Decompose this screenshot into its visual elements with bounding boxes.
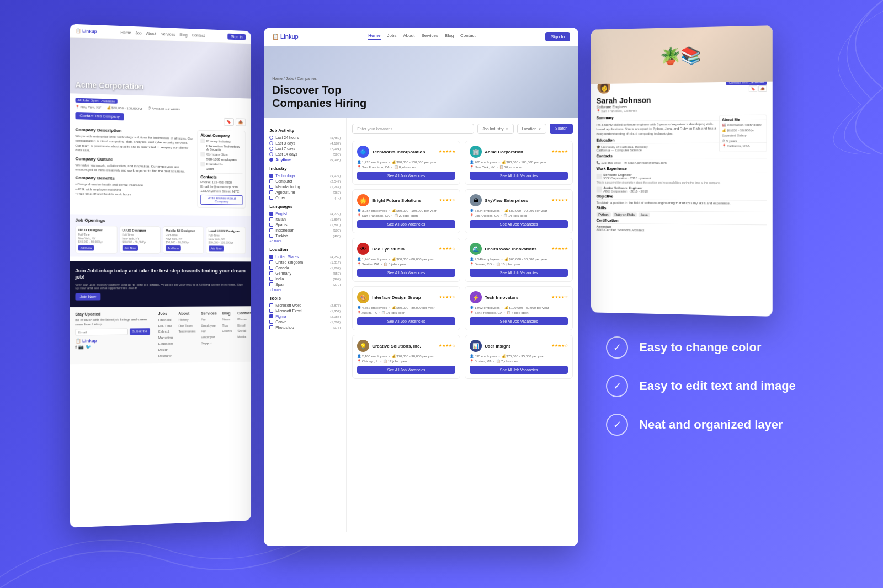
userinsight-stars: ★★★★☆ [551,344,568,348]
sidebar-manufacturing[interactable]: Manufacturing (1,247) [269,185,341,189]
techinnovators-location: 📍 San Francisco, CA • 📋 4 jobs open [470,311,568,314]
email-input[interactable] [76,328,128,335]
sidebar-option: Last 3 days (4,183) [269,141,341,145]
left-footer: Stay Updated Be in touch with the latest… [70,306,251,365]
write-review-btn[interactable]: Write Review About Company [200,195,242,205]
userinsight-name: User Insight [485,344,510,349]
sidebar-option: Last 24 hours (3,482) [269,136,341,140]
center-nav-about[interactable]: About [403,33,414,40]
sidebar-computer[interactable]: Computer (2,542) [269,179,341,183]
sidebar-germany[interactable]: Germany (559) [269,271,341,275]
left-signin-button[interactable]: Sign In [228,34,246,40]
add-now-btn[interactable]: Add Now [78,245,94,250]
creative-logo: 💡 [357,340,369,352]
add-now-btn-2[interactable]: Add Now [122,245,137,250]
keyword-input[interactable]: Enter your keywords... [352,124,474,134]
languages-title: Languages [269,204,341,209]
job-card: Lead UI/UX Designer Full-TimeNew York, N… [206,227,246,254]
userinsight-logo: 📊 [470,340,482,352]
subscribe-button[interactable]: Subscribe [130,328,150,335]
location-select[interactable]: Location ▼ [517,124,546,134]
center-nav-jobs[interactable]: Jobs [387,33,397,40]
sidebar-other[interactable]: Other (19) [269,196,341,200]
left-save-icon[interactable]: 🔖 [224,117,235,125]
acme-jobs-button[interactable]: See All Job Vacancies [470,172,568,180]
job-activity-title: Job Activity [269,128,341,133]
center-hero-content: Home / Jobs / Companies Discover Top Com… [272,77,366,110]
add-now-btn-3[interactable]: Add Now [166,245,181,251]
social-icons: f 📷 🐦 [76,344,150,350]
feature-1-icon: ✓ [606,336,628,359]
skyview-name: SkyView Enterprises [485,198,528,203]
sidebar-italian[interactable]: Italian (1,894) [269,217,341,221]
center-nav-contact[interactable]: Contact [460,33,476,40]
left-nav-home[interactable]: Home [121,30,131,35]
sidebar-india[interactable]: India (362) [269,277,341,281]
search-button[interactable]: Search [550,124,573,134]
add-now-btn-4[interactable]: Add Now [209,245,224,251]
acme-logo: 🏢 [470,146,482,158]
left-nav-services[interactable]: Services [161,32,175,36]
center-screen: 📋 Linkup Home Jobs About Services Blog C… [264,28,578,546]
center-nav-blog[interactable]: Blog [445,33,454,40]
center-nav-home[interactable]: Home [368,33,380,40]
center-signin-button[interactable]: Sign In [545,32,570,41]
sidebar-uk[interactable]: United Kingdom (1,314) [269,260,341,264]
sidebar-photoshop[interactable]: Photoshop (975) [269,325,341,329]
instagram-icon[interactable]: 📷 [78,344,84,349]
industry-select[interactable]: Job Industry ▼ [477,124,513,134]
center-nav-services[interactable]: Services [421,33,438,40]
creative-jobs-button[interactable]: See All Job Vacancies [357,366,455,374]
interface-name: Interface Design Group [372,295,421,300]
save-profile-icon[interactable]: 🔖 [749,85,757,92]
creative-employees: 👤 2,100 employees • 💰 $70,000 - 90,000 p… [357,354,455,358]
twitter-icon[interactable]: 🐦 [86,344,91,349]
techworks-jobs-button[interactable]: See All Job Vacancies [357,172,455,180]
bright-jobs-button[interactable]: See All Job Vacancies [357,220,455,228]
bright-employees: 👤 3,387 employees • 💰 $60,000 - 100,000 … [357,209,455,212]
left-nav-blog[interactable]: Blog [180,33,188,37]
techinnovators-jobs-button[interactable]: See All Job Vacancies [470,317,568,325]
contact-candidate-button[interactable]: Contact This Candidate [726,82,767,85]
sidebar-option-anytime[interactable]: Anytime (9,398) [269,158,341,162]
left-nav-about[interactable]: About [146,31,156,36]
job-card: UI/UX Designer Full-TimeNew York, NY$40,… [119,226,161,253]
sidebar-excel[interactable]: Microsoft Excel (1,354) [269,309,341,313]
left-share-icon[interactable]: 📤 [236,118,246,126]
feature-1: ✓ Easy to change color [606,336,796,359]
sidebar-english[interactable]: English (4,729) [269,212,341,216]
left-hero: Acme Corporation [70,38,251,99]
join-now-button[interactable]: Join Now [76,293,101,300]
skyview-jobs-button[interactable]: See All Job Vacancies [470,220,568,228]
facebook-icon[interactable]: f [76,344,77,349]
sidebar-agricultural[interactable]: Agricultural (360) [269,190,341,194]
sidebar-technology[interactable]: Technology (3,924) [269,174,341,178]
sidebar-canva[interactable]: Canva (1,004) [269,320,341,324]
company-card-userinsight: 📊 User Insight ★★★★☆ 👤 890 employees • 💰… [465,335,573,379]
interface-jobs-button[interactable]: See All Job Vacancies [357,317,455,325]
share-profile-icon[interactable]: 📤 [758,85,767,92]
left-contact-button[interactable]: Contact This Company [76,112,124,120]
left-nav-job[interactable]: Job [136,31,142,35]
company-card-techinnovators: ⚡ Tech Innovators ★★★★☆ 👤 1,902 employee… [465,286,573,330]
sidebar-canada[interactable]: Canada (1,203) [269,266,341,270]
redeye-jobs-button[interactable]: See All Job Vacancies [357,269,455,277]
location-more[interactable]: +5 more [269,288,341,291]
sidebar-word[interactable]: Microsoft Word (2,876) [269,303,341,307]
sidebar-spanish[interactable]: Spanish (1,890) [269,223,341,227]
sidebar-spain[interactable]: Spain (273) [269,282,341,286]
company-card-skyview: 🏔 SkyView Enterprises ★★★★★ 👤 7,824 empl… [465,189,573,233]
healthwave-jobs-button[interactable]: See All Job Vacancies [470,269,568,277]
sidebar-us[interactable]: United States (4,259) [269,255,341,259]
languages-more[interactable]: +5 more [269,239,341,243]
right-screen: 📋 Linkup Home Job About Services Blog Co… [591,25,773,317]
sidebar-turkish[interactable]: Turkish (485) [269,234,341,238]
left-nav-contact[interactable]: Contact [192,33,205,38]
sidebar-indonesian[interactable]: Indonesian (103) [269,228,341,232]
sidebar-figma[interactable]: Figma (2,988) [269,314,341,318]
left-nav-links: Home Job About Services Blog Contact [121,30,205,38]
footer-about: About History Our Team Testimonies [178,312,195,359]
bright-name: Bright Future Solutions [372,198,421,203]
techworks-location: 📍 San Francisco, CA • 📋 8 jobs open [357,165,455,169]
userinsight-jobs-button[interactable]: See All Job Vacancies [470,366,568,374]
